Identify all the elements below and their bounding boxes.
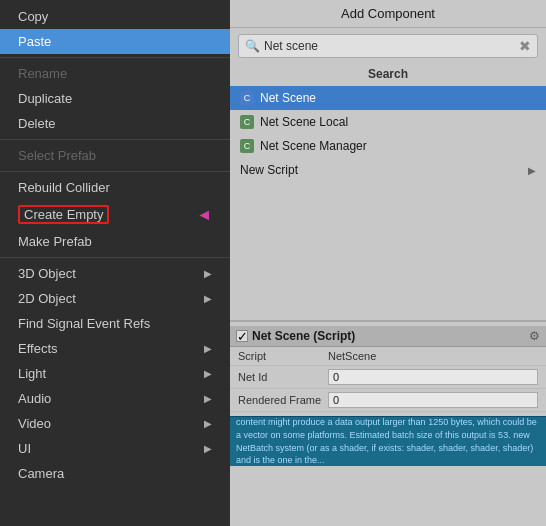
component-item-net-scene-manager[interactable]: CNet Scene Manager	[230, 134, 546, 158]
menu-item-label: UI	[18, 441, 31, 456]
add-component-panel: Add Component 🔍 ✖ Search CNet SceneCNet …	[230, 0, 546, 320]
menu-item-label: 2D Object	[18, 291, 76, 306]
menu-item-make-prefab[interactable]: Make Prefab	[0, 229, 230, 254]
menu-item-label: Light	[18, 366, 46, 381]
inspector-row-label: Rendered Frame	[238, 394, 328, 406]
submenu-arrow-icon: ▶	[204, 368, 212, 379]
menu-item-label: Select Prefab	[18, 148, 96, 163]
menu-item-label: Delete	[18, 116, 56, 131]
menu-item-duplicate[interactable]: Duplicate	[0, 86, 230, 111]
menu-item-rebuild-collider[interactable]: Rebuild Collider	[0, 175, 230, 200]
component-label: New Script	[240, 163, 298, 177]
inspector-row-input[interactable]	[328, 392, 538, 408]
menu-item-label: Make Prefab	[18, 234, 92, 249]
component-item-net-scene-local[interactable]: CNet Scene Local	[230, 110, 546, 134]
menu-item-label: Duplicate	[18, 91, 72, 106]
menu-item-label: Rename	[18, 66, 67, 81]
menu-item-copy[interactable]: Copy	[0, 4, 230, 29]
component-icon: C	[240, 115, 254, 129]
menu-item-paste[interactable]: Paste	[0, 29, 230, 54]
inspector-title: Net Scene (Script)	[252, 329, 529, 343]
search-clear-icon[interactable]: ✖	[519, 38, 531, 54]
menu-separator	[0, 57, 230, 58]
menu-item-video[interactable]: Video▶	[0, 411, 230, 436]
inspector-row-label: Net Id	[238, 371, 328, 383]
submenu-arrow-icon: ▶	[204, 343, 212, 354]
menu-item-3d-object[interactable]: 3D Object▶	[0, 261, 230, 286]
inspector-row: Net Id	[230, 366, 546, 389]
inspector-settings-icon[interactable]: ⚙	[529, 329, 540, 343]
inspector-row: ScriptNetScene	[230, 347, 546, 366]
component-list: CNet SceneCNet Scene LocalCNet Scene Man…	[230, 86, 546, 320]
inspector-row-value: NetScene	[328, 350, 538, 362]
menu-item-label: 3D Object	[18, 266, 76, 281]
submenu-arrow-icon: ▶	[204, 418, 212, 429]
menu-item-audio[interactable]: Audio▶	[0, 386, 230, 411]
search-label: Search	[230, 64, 546, 86]
inspector-header: ✓ Net Scene (Script) ⚙	[230, 326, 546, 347]
menu-item-camera[interactable]: Camera	[0, 461, 230, 486]
inspector-row: Rendered Frame	[230, 389, 546, 412]
menu-item-label: Rebuild Collider	[18, 180, 110, 195]
menu-item-ui[interactable]: UI▶	[0, 436, 230, 461]
context-menu: CopyPasteRenameDuplicateDeleteSelect Pre…	[0, 0, 230, 526]
inspector-checkbox[interactable]: ✓	[236, 330, 248, 342]
search-bar[interactable]: 🔍 ✖	[238, 34, 538, 58]
magenta-arrow-icon: ◄	[196, 206, 212, 224]
menu-item-effects[interactable]: Effects▶	[0, 336, 230, 361]
menu-item-delete[interactable]: Delete	[0, 111, 230, 136]
menu-item-label: Paste	[18, 34, 51, 49]
component-label: Net Scene	[260, 91, 316, 105]
submenu-arrow-icon: ▶	[204, 268, 212, 279]
menu-item-label: Effects	[18, 341, 58, 356]
menu-item-2d-object[interactable]: 2D Object▶	[0, 286, 230, 311]
menu-item-label: Camera	[18, 466, 64, 481]
component-icon: C	[240, 91, 254, 105]
component-label: Net Scene Manager	[260, 139, 367, 153]
component-arrow-icon: ▶	[528, 165, 536, 176]
inspector-panel: ✓ Net Scene (Script) ⚙ ScriptNetSceneNet…	[230, 320, 546, 416]
screenshot-strip: content might produce a data output larg…	[230, 416, 546, 466]
component-label: Net Scene Local	[260, 115, 348, 129]
create-empty-label: Create Empty	[18, 205, 109, 224]
component-item-net-scene[interactable]: CNet Scene	[230, 86, 546, 110]
add-component-title: Add Component	[230, 0, 546, 28]
menu-item-create-empty[interactable]: Create Empty◄	[0, 200, 230, 229]
screenshot-text: content might produce a data output larg…	[236, 416, 540, 466]
menu-item-label: Audio	[18, 391, 51, 406]
search-input[interactable]	[264, 39, 519, 53]
component-icon: C	[240, 139, 254, 153]
menu-item-rename: Rename	[0, 61, 230, 86]
menu-item-find-signal[interactable]: Find Signal Event Refs	[0, 311, 230, 336]
menu-item-label: Copy	[18, 9, 48, 24]
submenu-arrow-icon: ▶	[204, 393, 212, 404]
menu-separator	[0, 171, 230, 172]
menu-separator	[0, 257, 230, 258]
search-icon: 🔍	[245, 39, 260, 53]
menu-item-light[interactable]: Light▶	[0, 361, 230, 386]
right-panel: Add Component 🔍 ✖ Search CNet SceneCNet …	[230, 0, 546, 526]
submenu-arrow-icon: ▶	[204, 293, 212, 304]
menu-item-label: Find Signal Event Refs	[18, 316, 150, 331]
submenu-arrow-icon: ▶	[204, 443, 212, 454]
menu-item-label: Video	[18, 416, 51, 431]
menu-separator	[0, 139, 230, 140]
component-item-new-script[interactable]: New Script▶	[230, 158, 546, 182]
inspector-row-input[interactable]	[328, 369, 538, 385]
inspector-row-label: Script	[238, 350, 328, 362]
menu-item-select-prefab: Select Prefab	[0, 143, 230, 168]
